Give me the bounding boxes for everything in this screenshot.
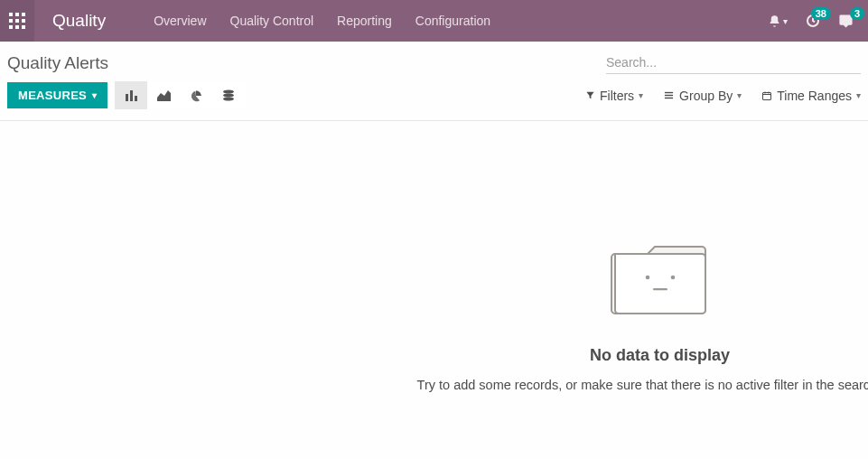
empty-title: No data to display	[407, 346, 869, 365]
messages-button[interactable]: 3	[838, 14, 854, 29]
breadcrumb[interactable]: Quality Alerts	[7, 53, 108, 73]
content-area: No data to display Try to add some recor…	[0, 120, 868, 451]
toolbar: MEASURES ▾ Filters ▾ Group By	[0, 76, 868, 120]
nav-right: ▾ 38 3	[768, 14, 868, 29]
funnel-icon	[585, 90, 595, 100]
svg-rect-1	[15, 13, 19, 16]
caret-down-icon: ▾	[639, 90, 643, 100]
apps-grid-button[interactable]	[0, 0, 34, 42]
search-input[interactable]	[606, 55, 861, 70]
timeranges-label: Time Ranges	[777, 89, 852, 103]
view-stacked-button[interactable]	[212, 81, 245, 109]
svg-rect-11	[130, 90, 133, 101]
svg-rect-17	[665, 95, 673, 96]
header-row: Quality Alerts	[0, 42, 868, 76]
svg-point-15	[223, 98, 234, 101]
svg-rect-4	[15, 19, 19, 23]
svg-rect-16	[665, 92, 673, 93]
measures-button[interactable]: MEASURES ▾	[7, 82, 107, 108]
caret-down-icon: ▾	[783, 16, 788, 26]
app-title[interactable]: Quality	[52, 11, 106, 31]
svg-rect-22	[653, 288, 667, 290]
svg-point-13	[223, 90, 234, 94]
apps-grid-icon	[9, 13, 25, 29]
notifications-button[interactable]: ▾	[768, 14, 788, 28]
svg-rect-0	[9, 13, 13, 16]
empty-subtitle: Try to add some records, or make sure th…	[407, 378, 869, 392]
view-button-group	[115, 81, 245, 109]
groupby-label: Group By	[679, 89, 733, 103]
caret-down-icon: ▾	[92, 90, 97, 100]
view-line-chart-button[interactable]	[147, 81, 180, 109]
stack-icon	[222, 89, 235, 101]
view-pie-chart-button[interactable]	[180, 81, 212, 109]
search-wrap	[606, 52, 861, 74]
messages-badge: 3	[850, 7, 864, 20]
svg-point-14	[223, 94, 234, 98]
empty-state: No data to display Try to add some recor…	[407, 243, 869, 392]
svg-rect-18	[665, 98, 673, 98]
pie-chart-icon	[190, 89, 202, 102]
activities-badge: 38	[811, 7, 831, 20]
bar-chart-icon	[125, 89, 138, 101]
svg-rect-12	[135, 96, 137, 101]
list-icon	[663, 90, 675, 100]
svg-rect-3	[9, 19, 13, 23]
nav-links: Overview Quality Control Reporting Confi…	[142, 0, 502, 42]
view-bar-chart-button[interactable]	[115, 81, 147, 109]
toolbar-left: MEASURES ▾	[7, 81, 245, 109]
calendar-icon	[761, 90, 772, 101]
empty-folder-icon	[610, 243, 711, 319]
caret-down-icon: ▾	[737, 90, 742, 100]
line-chart-icon	[157, 89, 171, 101]
activities-button[interactable]: 38	[806, 14, 820, 28]
svg-rect-19	[763, 92, 771, 99]
svg-rect-7	[15, 25, 19, 29]
svg-rect-5	[22, 19, 25, 23]
svg-point-21	[670, 276, 675, 280]
nav-link-quality-control[interactable]: Quality Control	[219, 0, 326, 42]
groupby-button[interactable]: Group By ▾	[663, 89, 742, 103]
svg-rect-6	[9, 25, 13, 29]
svg-point-20	[645, 276, 649, 280]
bell-icon	[768, 14, 781, 28]
svg-rect-8	[22, 25, 25, 29]
filters-button[interactable]: Filters ▾	[585, 89, 643, 103]
caret-down-icon: ▾	[856, 90, 861, 100]
toolbar-right: Filters ▾ Group By ▾ Time Ranges ▾	[585, 89, 861, 103]
nav-link-configuration[interactable]: Configuration	[404, 0, 502, 42]
top-nav: Quality Overview Quality Control Reporti…	[0, 0, 868, 42]
filters-label: Filters	[600, 89, 634, 103]
timeranges-button[interactable]: Time Ranges ▾	[761, 89, 861, 103]
nav-link-reporting[interactable]: Reporting	[325, 0, 404, 42]
measures-label: MEASURES	[18, 89, 87, 102]
nav-link-overview[interactable]: Overview	[142, 0, 218, 42]
svg-rect-2	[22, 13, 25, 16]
svg-rect-10	[126, 94, 128, 101]
